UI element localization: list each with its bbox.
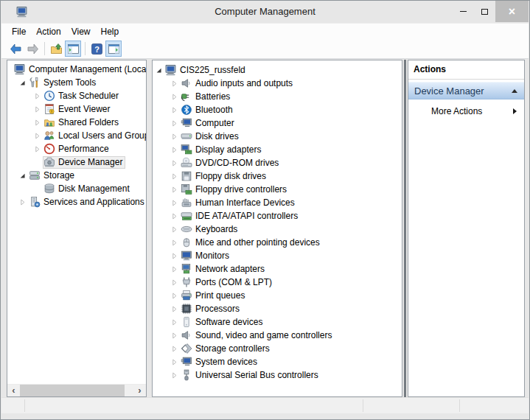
minimize-button[interactable] — [453, 1, 474, 22]
expander-icon[interactable] — [169, 105, 180, 116]
expander-icon[interactable] — [169, 197, 180, 209]
tree-item-device-manager[interactable]: Device Manager — [7, 155, 146, 169]
expander-icon[interactable] — [32, 144, 43, 155]
tree-item-content: Processors — [180, 303, 243, 315]
expander-icon[interactable] — [169, 343, 180, 354]
expander-icon[interactable] — [169, 118, 180, 129]
expander-icon[interactable] — [169, 330, 180, 341]
tree-item-processors[interactable]: Processors — [153, 302, 402, 315]
tree-item-bluetooth[interactable]: Bluetooth — [153, 103, 402, 116]
tree-item-dvd-cd-rom-drives[interactable]: DVD/CD-ROM drives — [153, 156, 402, 169]
maximize-button[interactable] — [474, 1, 495, 22]
scrollbar-track[interactable] — [125, 385, 133, 396]
expander-icon[interactable] — [169, 357, 180, 368]
forward-button[interactable] — [24, 41, 41, 57]
expander-icon[interactable] — [169, 370, 180, 381]
menu-item-file[interactable]: File — [7, 25, 31, 38]
tree-item-local-users-and-groups[interactable]: Local Users and Groups — [7, 129, 146, 142]
more-actions-button[interactable]: More Actions — [408, 104, 524, 119]
expander-icon[interactable] — [169, 171, 180, 182]
expander-icon[interactable] — [169, 224, 180, 235]
expander-icon[interactable] — [169, 158, 180, 169]
titlebar[interactable]: Computer Management × — [1, 1, 529, 23]
scrollbar-thumb[interactable] — [20, 385, 125, 396]
tree-item-network-adapters[interactable]: Network adapters — [153, 262, 402, 276]
tree-item-label: Shared Folders — [58, 117, 119, 127]
tree-item-shared-folders[interactable]: Shared Folders — [7, 116, 146, 129]
tree-item-task-scheduler[interactable]: Task Scheduler — [7, 89, 146, 102]
tree-item-system-tools[interactable]: System Tools — [7, 76, 146, 89]
tree-item-services-and-applications[interactable]: Services and Applications — [7, 195, 146, 209]
expander-icon[interactable] — [169, 251, 180, 262]
tree-item-system-devices[interactable]: System devices — [153, 355, 402, 368]
expander-icon[interactable] — [169, 277, 180, 288]
tree-item-mice-and-other-pointing-devices[interactable]: Mice and other pointing devices — [153, 236, 402, 249]
help-button[interactable]: ? — [88, 41, 105, 57]
pane-splitter[interactable] — [404, 60, 406, 397]
expander-icon[interactable] — [153, 65, 164, 76]
tree-item-human-interface-devices[interactable]: Human Interface Devices — [153, 196, 402, 209]
tree-item-label: Monitors — [195, 251, 229, 261]
expander-icon[interactable] — [169, 211, 180, 222]
tree-item-performance[interactable]: Performance — [7, 142, 146, 155]
menu-item-view[interactable]: View — [66, 25, 96, 38]
tree-item-label: Network adapters — [195, 264, 265, 274]
expander-icon[interactable] — [169, 184, 180, 195]
actions-section-header-device-manager[interactable]: Device Manager — [408, 82, 524, 99]
tree-item-disk-drives[interactable]: Disk drives — [153, 130, 402, 143]
collapsed-triangle-icon — [170, 211, 179, 221]
expander-icon[interactable] — [32, 91, 43, 102]
tree-item-keyboards[interactable]: Keyboards — [153, 223, 402, 236]
horizontal-scrollbar[interactable]: ‹ › — [7, 384, 146, 396]
tree-item-computer[interactable]: Computer — [153, 116, 402, 130]
tree-item-content: Shared Folders — [43, 116, 122, 129]
menu-item-action[interactable]: Action — [31, 25, 66, 38]
tree-item-computer-management-local[interactable]: Computer Management (Local — [7, 63, 146, 76]
close-button[interactable]: × — [495, 1, 529, 22]
expander-icon[interactable] — [169, 237, 180, 248]
expander-icon[interactable] — [169, 304, 180, 315]
tree-item-monitors[interactable]: Monitors — [153, 249, 402, 262]
tree-item-batteries[interactable]: Batteries — [153, 90, 402, 103]
tree-item-label: Bluetooth — [195, 105, 233, 115]
expander-icon[interactable] — [169, 91, 180, 102]
collapse-arrow-icon — [512, 89, 517, 93]
tree-item-universal-serial-bus-controllers[interactable]: Universal Serial Bus controllers — [153, 368, 402, 382]
expander-icon[interactable] — [169, 78, 180, 89]
expander-icon[interactable] — [169, 264, 180, 275]
tree-item-storage-controllers[interactable]: Storage controllers — [153, 342, 402, 355]
tree-item-print-queues[interactable]: Print queues — [153, 289, 402, 302]
expander-icon[interactable] — [17, 170, 28, 181]
expander-icon[interactable] — [169, 290, 180, 301]
expander-icon[interactable] — [17, 197, 28, 208]
tree-item-disk-management[interactable]: Disk Management — [7, 182, 146, 195]
help-icon: ? — [91, 43, 103, 55]
expander-icon[interactable] — [169, 317, 180, 328]
expander-icon[interactable] — [169, 144, 180, 155]
scroll-left-arrow-icon[interactable]: ‹ — [7, 385, 20, 396]
expander-icon[interactable] — [17, 77, 28, 88]
expander-icon[interactable] — [32, 104, 43, 115]
show-hide-console-tree-button[interactable] — [65, 41, 81, 57]
expander-icon[interactable] — [169, 131, 180, 142]
tree-item-ide-ata-atapi-controllers[interactable]: IDE ATA/ATAPI controllers — [153, 209, 402, 223]
tree-item-floppy-disk-drives[interactable]: Floppy disk drives — [153, 169, 402, 183]
scroll-right-arrow-icon[interactable]: › — [133, 385, 146, 396]
expander-icon[interactable] — [32, 130, 43, 141]
tree-item-display-adapters[interactable]: Display adapters — [153, 143, 402, 156]
up-one-level-button[interactable] — [48, 41, 64, 57]
tree-item-sound-video-and-game-controllers[interactable]: Sound, video and game controllers — [153, 329, 402, 342]
tree-item-content: Device Manager — [43, 156, 125, 169]
expander-icon[interactable] — [32, 117, 43, 128]
usb-icon — [181, 369, 192, 381]
tree-item-software-devices[interactable]: Software devices — [153, 315, 402, 329]
tree-item-floppy-drive-controllers[interactable]: Floppy drive controllers — [153, 183, 402, 196]
tree-item-event-viewer[interactable]: Event Viewer — [7, 102, 146, 116]
tree-item-storage[interactable]: Storage — [7, 169, 146, 182]
menu-item-help[interactable]: Help — [96, 25, 125, 38]
tree-item-ports-com-lpt[interactable]: Ports (COM & LPT) — [153, 276, 402, 289]
back-button[interactable] — [7, 41, 24, 57]
show-hide-action-pane-button[interactable] — [105, 41, 122, 57]
tree-item-cis225-russfeld[interactable]: CIS225_russfeld — [153, 63, 402, 77]
tree-item-audio-inputs-and-outputs[interactable]: Audio inputs and outputs — [153, 77, 402, 90]
